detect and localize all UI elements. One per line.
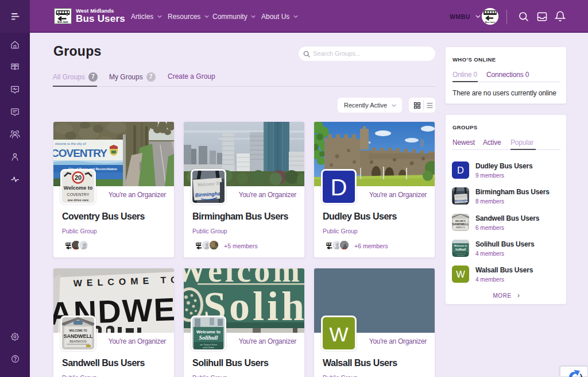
svg-text:Solihull: Solihull xyxy=(199,334,218,341)
svg-text:Bus lane: Bus lane xyxy=(57,21,68,24)
svg-text:Bus lane: Bus lane xyxy=(485,21,496,24)
svg-text:WELCOME TO: WELCOME TO xyxy=(69,329,87,332)
svg-text:COVENTRY: COVENTRY xyxy=(67,193,90,197)
svg-text:W: W xyxy=(329,323,348,345)
svg-text:COVENTRY: COVENTRY xyxy=(53,147,107,159)
svg-text:20: 20 xyxy=(75,174,82,181)
svg-text:BEARWOOD: BEARWOOD xyxy=(69,340,87,343)
svg-text:ase drive care: ase drive care xyxy=(68,198,89,202)
svg-text:SANDWELL: SANDWELL xyxy=(64,333,93,339)
svg-text:Welcome to: Welcome to xyxy=(196,329,220,334)
svg-text:Welcome to: Welcome to xyxy=(64,185,93,191)
svg-text:and Cholet: and Cholet xyxy=(203,346,214,349)
svg-text:D: D xyxy=(331,175,347,200)
svg-text:elcome to the city of: elcome to the city of xyxy=(55,142,86,145)
